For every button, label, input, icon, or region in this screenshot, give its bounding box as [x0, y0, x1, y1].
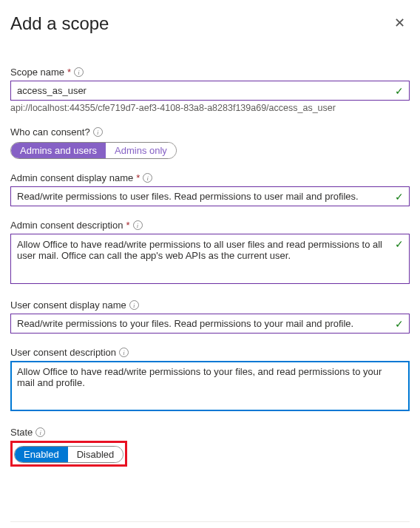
admin-desc-label: Admin consent description — [10, 220, 123, 231]
admin-display-input[interactable] — [10, 186, 410, 206]
scope-uri-preview: api://localhost:44355/cfe719d7-aef3-4108… — [10, 103, 410, 113]
info-icon[interactable]: i — [74, 67, 84, 77]
info-icon[interactable]: i — [93, 127, 103, 137]
scope-name-input[interactable] — [10, 81, 410, 101]
consent-admins-users[interactable]: Admins and users — [11, 143, 106, 158]
check-icon: ✓ — [395, 318, 404, 330]
panel-title: Add a scope — [10, 13, 109, 34]
state-highlight: Enabled Disabled — [10, 441, 127, 467]
info-icon[interactable]: i — [35, 427, 45, 437]
user-desc-textarea[interactable] — [10, 361, 410, 411]
required-asterisk: * — [67, 67, 71, 78]
state-label: State — [10, 427, 33, 438]
check-icon: ✓ — [395, 238, 404, 250]
state-disabled[interactable]: Disabled — [68, 447, 123, 462]
state-enabled[interactable]: Enabled — [15, 447, 68, 462]
close-icon: ✕ — [394, 16, 405, 30]
required-asterisk: * — [126, 220, 129, 231]
admin-display-label: Admin consent display name — [10, 172, 133, 183]
consent-label: Who can consent? — [10, 126, 90, 138]
user-display-input[interactable] — [10, 314, 410, 334]
scope-name-label: Scope name — [10, 67, 64, 78]
info-icon[interactable]: i — [119, 348, 129, 357]
info-icon[interactable]: i — [129, 300, 139, 310]
close-button[interactable]: ✕ — [390, 13, 410, 33]
check-icon: ✓ — [395, 191, 404, 203]
state-toggle: Enabled Disabled — [14, 446, 123, 463]
user-desc-label: User consent description — [10, 347, 116, 358]
consent-toggle: Admins and users Admins only — [10, 142, 177, 159]
info-icon[interactable]: i — [133, 220, 143, 230]
info-icon[interactable]: i — [143, 173, 152, 183]
required-asterisk: * — [136, 172, 140, 183]
check-icon: ✓ — [395, 85, 404, 97]
user-display-label: User consent display name — [10, 299, 126, 311]
admin-desc-textarea[interactable] — [10, 234, 410, 284]
consent-admins-only[interactable]: Admins only — [106, 143, 176, 158]
